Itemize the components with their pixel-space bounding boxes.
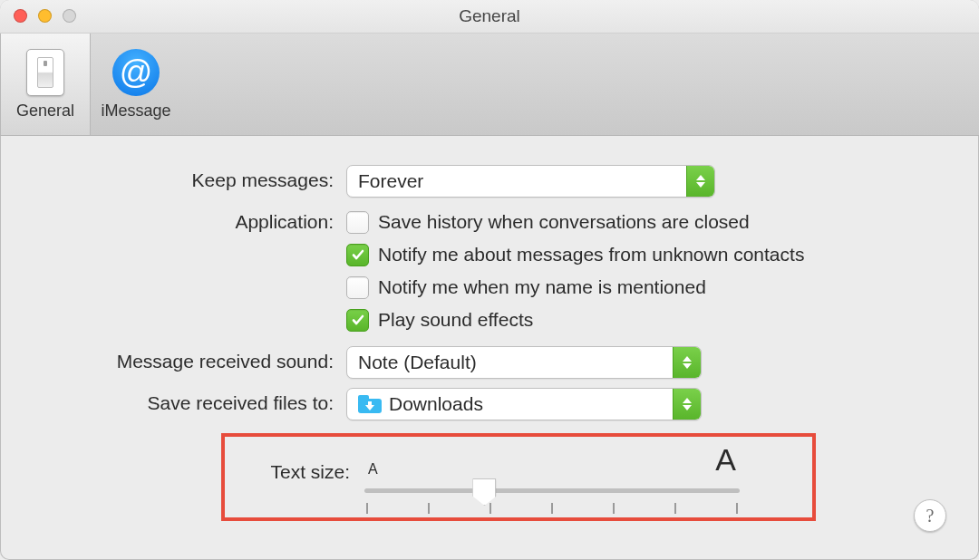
keep-messages-select[interactable]: Forever bbox=[346, 165, 715, 198]
text-size-scale: A A bbox=[364, 442, 740, 478]
preferences-window: General General @ iMessage Keep messages… bbox=[0, 0, 979, 560]
help-button[interactable]: ? bbox=[914, 499, 946, 532]
minimize-window-button[interactable] bbox=[38, 9, 52, 23]
save-to-value: Downloads bbox=[347, 393, 673, 415]
checkbox-label: Notify me about messages from unknown co… bbox=[378, 241, 804, 268]
tab-imessage[interactable]: @ iMessage bbox=[91, 34, 181, 135]
checkbox-label: Play sound effects bbox=[378, 306, 533, 333]
slider-thumb[interactable] bbox=[472, 478, 496, 506]
checkbox[interactable] bbox=[346, 244, 369, 266]
text-size-slider[interactable] bbox=[364, 479, 740, 501]
slider-track bbox=[364, 488, 740, 493]
chevron-up-down-icon bbox=[686, 166, 714, 197]
question-mark-icon: ? bbox=[926, 506, 935, 526]
sound-label: Message received sound: bbox=[45, 346, 346, 377]
close-window-button[interactable] bbox=[14, 9, 27, 23]
general-pane: Keep messages: Forever Application: Save… bbox=[0, 136, 979, 557]
save-to-select[interactable]: Downloads bbox=[346, 388, 702, 420]
titlebar: General bbox=[0, 0, 979, 34]
application-option-0[interactable]: Save history when conversations are clos… bbox=[346, 208, 804, 236]
checkbox[interactable] bbox=[346, 309, 369, 332]
checkbox-label: Save history when conversations are clos… bbox=[378, 208, 750, 236]
application-option-2[interactable]: Notify me when my name is mentioned bbox=[346, 274, 804, 301]
switch-icon bbox=[26, 49, 64, 96]
save-to-label: Save received files to: bbox=[45, 388, 346, 419]
application-label: Application: bbox=[45, 207, 346, 237]
tab-imessage-label: iMessage bbox=[101, 101, 170, 121]
chevron-up-down-icon bbox=[673, 347, 701, 378]
checkbox[interactable] bbox=[346, 211, 369, 234]
sound-value: Note (Default) bbox=[347, 352, 673, 373]
traffic-lights bbox=[14, 9, 76, 23]
preferences-tabbar: General @ iMessage bbox=[0, 34, 979, 136]
checkbox[interactable] bbox=[346, 276, 369, 299]
window-title: General bbox=[459, 6, 520, 26]
chevron-up-down-icon bbox=[673, 389, 701, 420]
text-size-label: Text size: bbox=[237, 461, 364, 483]
sound-select[interactable]: Note (Default) bbox=[346, 346, 702, 379]
keep-messages-label: Keep messages: bbox=[45, 165, 346, 196]
tab-general[interactable]: General bbox=[0, 34, 91, 135]
at-icon: @ bbox=[112, 49, 160, 96]
keep-messages-value: Forever bbox=[347, 170, 686, 192]
slider-ticks bbox=[364, 503, 740, 514]
downloads-folder-icon bbox=[358, 395, 382, 413]
application-option-1[interactable]: Notify me about messages from unknown co… bbox=[346, 241, 804, 268]
text-size-highlight: Text size: A A bbox=[221, 433, 816, 521]
tab-general-label: General bbox=[16, 101, 74, 121]
text-size-small-glyph: A bbox=[368, 461, 378, 478]
checkbox-label: Notify me when my name is mentioned bbox=[378, 274, 706, 301]
text-size-large-glyph: A bbox=[715, 442, 736, 478]
application-option-3[interactable]: Play sound effects bbox=[346, 306, 804, 333]
zoom-window-button[interactable] bbox=[63, 9, 76, 23]
